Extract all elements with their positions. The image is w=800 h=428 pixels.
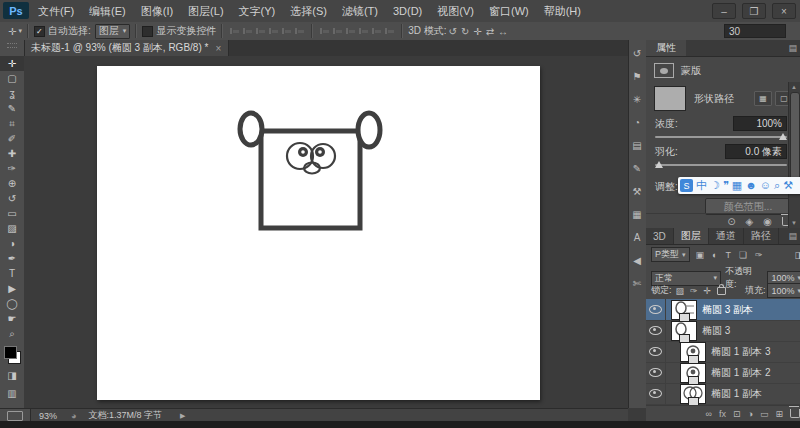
menu-layer[interactable]: 图层(L) <box>188 4 223 19</box>
info-panel-icon[interactable]: ◔ <box>628 114 646 130</box>
close-icon[interactable]: × <box>215 43 221 54</box>
canvas[interactable] <box>97 66 540 400</box>
layer-row-ellipse-1-copy-3[interactable]: 椭圆 1 副本 3 <box>646 341 800 363</box>
pen-tool[interactable]: ✒ <box>0 251 24 266</box>
menu-view[interactable]: 视图(V) <box>437 4 474 19</box>
distribute-vertical-centers-icon[interactable] <box>332 26 343 36</box>
lasso-tool[interactable]: ʓ <box>0 86 24 101</box>
scroll-up-icon[interactable]: ▲ <box>789 82 799 92</box>
clone-stamp-tool[interactable]: ⊕ <box>0 176 24 191</box>
tool-preset-caret-icon[interactable]: ▾ <box>18 27 22 35</box>
3d-drag-icon[interactable]: ✛ <box>473 26 481 37</box>
zoom-tool[interactable]: ⌕ <box>0 326 24 341</box>
menu-select[interactable]: 选择(S) <box>290 4 327 19</box>
shape-tool[interactable]: ◯ <box>0 296 24 311</box>
history-brush-tool[interactable]: ↺ <box>0 191 24 206</box>
lock-image-pixels-icon[interactable]: ✑ <box>690 286 698 296</box>
mask-thumbnail[interactable] <box>654 86 686 111</box>
feather-slider-handle[interactable] <box>655 161 663 168</box>
filter-pixel-layers-icon[interactable]: ▣ <box>696 250 705 260</box>
3d-scale-icon[interactable]: ↔ <box>498 26 508 37</box>
menu-help[interactable]: 帮助(H) <box>544 4 581 19</box>
minimize-button[interactable]: – <box>712 3 736 19</box>
layer-row-ellipse-1-copy[interactable]: 椭圆 1 副本 <box>646 383 800 405</box>
hand-tool[interactable]: ☛ <box>0 311 24 326</box>
layer-filter-dropdown[interactable]: P类型 ▾ <box>651 247 690 262</box>
crop-tool[interactable]: ⌗ <box>0 116 24 131</box>
menu-type[interactable]: 文字(Y) <box>239 4 276 19</box>
align-top-edges-icon[interactable] <box>268 26 279 36</box>
filter-adjustment-layers-icon[interactable]: ◐ <box>712 250 717 260</box>
ime-chinese-mode-icon[interactable]: 中 <box>696 180 707 191</box>
distribute-bottom-edges-icon[interactable] <box>345 26 356 36</box>
visibility-eye-icon[interactable] <box>646 383 666 404</box>
brush-tool[interactable]: ✑ <box>0 161 24 176</box>
channels-panel-icon[interactable]: ▦ <box>628 206 646 222</box>
filter-shape-layers-icon[interactable]: ❏ <box>739 250 747 260</box>
tab-3d[interactable]: 3D <box>646 228 674 244</box>
ime-search-icon[interactable]: ⌕ <box>774 180 780 191</box>
layer-row-ellipse-3-copy[interactable]: 椭圆 3 副本 <box>646 299 800 321</box>
align-left-edges-icon[interactable] <box>229 26 240 36</box>
density-value[interactable]: 100% <box>733 116 787 131</box>
visibility-eye-icon[interactable] <box>646 320 666 341</box>
ime-punctuation-icon[interactable]: ❞ <box>723 180 729 191</box>
layer-style-fx-icon[interactable]: fx <box>719 409 726 419</box>
menu-edit[interactable]: 编辑(E) <box>89 4 126 19</box>
eraser-tool[interactable]: ▭ <box>0 206 24 221</box>
pixel-mask-button[interactable]: ▦ <box>754 91 772 106</box>
ime-toolbox-icon[interactable]: ⚒ <box>783 180 793 191</box>
restore-button[interactable]: ❐ <box>742 3 766 19</box>
type-tool[interactable]: T <box>0 266 24 281</box>
scrollbar-thumb[interactable] <box>790 92 800 186</box>
3d-rotate-icon[interactable]: ↺ <box>449 26 457 37</box>
path-selection-tool[interactable]: ▶ <box>0 281 24 296</box>
dodge-tool[interactable]: ◑ <box>0 236 24 251</box>
tab-layers[interactable]: 图层 <box>674 228 709 244</box>
filter-smart-objects-icon[interactable]: ✑ <box>755 250 763 260</box>
panel-menu-icon[interactable]: ▤ <box>788 43 797 53</box>
auto-select-target-dropdown[interactable]: 图层 ▾ <box>95 24 131 39</box>
properties-scrollbar[interactable]: ▲ ▼ <box>788 82 800 228</box>
3d-slide-icon[interactable]: ⇄ <box>486 26 494 37</box>
layer-row-ellipse-3[interactable]: 椭圆 3 <box>646 320 800 342</box>
filter-toggle-icon[interactable]: ◨ <box>794 250 800 260</box>
new-adjustment-layer-icon[interactable]: ◑ <box>748 409 753 419</box>
distribute-top-edges-icon[interactable] <box>319 26 330 36</box>
lock-all-icon[interactable] <box>717 287 726 295</box>
navigator-panel-icon[interactable]: ⚑ <box>628 68 646 84</box>
close-button[interactable]: × <box>772 3 796 19</box>
layer-row-ellipse-1-copy-2[interactable]: 椭圆 1 副本 2 <box>646 362 800 384</box>
align-horizontal-centers-icon[interactable] <box>242 26 253 36</box>
styles-panel-icon[interactable]: ▤ <box>628 137 646 153</box>
ime-fullwidth-icon[interactable]: ☽ <box>710 180 720 191</box>
menu-file[interactable]: 文件(F) <box>38 4 74 19</box>
foreground-color-swatch[interactable] <box>4 346 17 359</box>
add-layer-mask-icon[interactable]: ⊡ <box>733 409 741 419</box>
clip-panel-icon[interactable]: ✄ <box>628 275 646 291</box>
marquee-tool[interactable]: ▢ <box>0 71 24 86</box>
menu-3d[interactable]: 3D(D) <box>393 5 422 17</box>
gradient-tool[interactable]: ▨ <box>0 221 24 236</box>
load-selection-from-mask-icon[interactable]: ⊙ <box>727 216 735 227</box>
3d-roll-icon[interactable]: ↻ <box>461 26 469 37</box>
link-layers-icon[interactable]: ∞ <box>706 409 712 419</box>
align-vertical-centers-icon[interactable] <box>281 26 292 36</box>
quick-mask-button[interactable]: ◨ <box>0 368 24 383</box>
tab-paths[interactable]: 路径 <box>744 228 779 244</box>
screen-mode-button[interactable]: ▥ <box>0 386 24 401</box>
screen-card-icon[interactable] <box>7 411 23 421</box>
lock-transparent-pixels-icon[interactable]: ▨ <box>676 286 685 296</box>
visibility-eye-icon[interactable] <box>646 341 666 362</box>
tool-presets-panel-icon[interactable]: ⚒ <box>628 183 646 199</box>
visibility-eye-icon[interactable] <box>646 362 666 383</box>
tab-channels[interactable]: 通道 <box>709 228 744 244</box>
auto-select-checkbox[interactable]: ✓ <box>34 26 45 37</box>
layer-thumbnail[interactable] <box>680 342 706 362</box>
panel-menu-icon[interactable]: ▤ <box>788 231 797 244</box>
menu-window[interactable]: 窗口(W) <box>489 4 529 19</box>
distribute-right-edges-icon[interactable] <box>384 26 395 36</box>
history-panel-icon[interactable]: ↺ <box>628 45 646 61</box>
status-expand-icon[interactable]: ▶ <box>180 412 185 420</box>
menu-filter[interactable]: 滤镜(T) <box>342 4 378 19</box>
